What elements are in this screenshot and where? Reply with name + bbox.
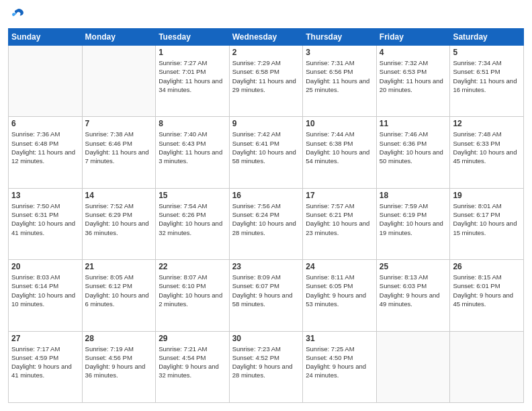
table-row: 24Sunrise: 8:11 AM Sunset: 6:05 PM Dayli… bbox=[303, 260, 377, 331]
day-number: 5 bbox=[453, 48, 521, 57]
day-number: 4 bbox=[380, 48, 447, 57]
table-row bbox=[9, 46, 83, 117]
calendar-week-row: 6Sunrise: 7:36 AM Sunset: 6:48 PM Daylig… bbox=[9, 117, 524, 188]
day-number: 19 bbox=[453, 191, 521, 200]
day-info: Sunrise: 8:15 AM Sunset: 6:01 PM Dayligh… bbox=[453, 273, 521, 308]
col-saturday: Saturday bbox=[450, 29, 524, 46]
col-tuesday: Tuesday bbox=[156, 29, 230, 46]
day-number: 8 bbox=[159, 119, 226, 128]
day-number: 10 bbox=[306, 119, 373, 128]
table-row: 8Sunrise: 7:40 AM Sunset: 6:43 PM Daylig… bbox=[156, 117, 230, 188]
col-monday: Monday bbox=[82, 29, 156, 46]
day-info: Sunrise: 8:03 AM Sunset: 6:14 PM Dayligh… bbox=[11, 273, 79, 308]
table-row: 2Sunrise: 7:29 AM Sunset: 6:58 PM Daylig… bbox=[229, 46, 303, 117]
table-row: 13Sunrise: 7:50 AM Sunset: 6:31 PM Dayli… bbox=[9, 188, 83, 259]
day-info: Sunrise: 7:57 AM Sunset: 6:21 PM Dayligh… bbox=[306, 201, 373, 237]
day-number: 9 bbox=[232, 119, 300, 128]
day-number: 30 bbox=[232, 334, 300, 343]
day-info: Sunrise: 8:13 AM Sunset: 6:03 PM Dayligh… bbox=[380, 273, 447, 308]
day-info: Sunrise: 7:27 AM Sunset: 7:01 PM Dayligh… bbox=[159, 58, 226, 94]
logo-icon bbox=[9, 8, 26, 23]
header bbox=[8, 8, 524, 23]
day-number: 17 bbox=[306, 191, 373, 200]
day-number: 3 bbox=[306, 48, 373, 57]
day-info: Sunrise: 8:11 AM Sunset: 6:05 PM Dayligh… bbox=[306, 273, 373, 308]
day-info: Sunrise: 8:01 AM Sunset: 6:17 PM Dayligh… bbox=[453, 201, 521, 237]
day-info: Sunrise: 7:59 AM Sunset: 6:19 PM Dayligh… bbox=[380, 201, 447, 237]
day-info: Sunrise: 8:07 AM Sunset: 6:10 PM Dayligh… bbox=[159, 273, 226, 308]
calendar-week-row: 20Sunrise: 8:03 AM Sunset: 6:14 PM Dayli… bbox=[9, 260, 524, 331]
calendar-header-row: Sunday Monday Tuesday Wednesday Thursday… bbox=[9, 29, 524, 46]
page: Sunday Monday Tuesday Wednesday Thursday… bbox=[0, 0, 532, 411]
table-row: 5Sunrise: 7:34 AM Sunset: 6:51 PM Daylig… bbox=[450, 46, 524, 117]
col-thursday: Thursday bbox=[303, 29, 377, 46]
day-number: 20 bbox=[11, 262, 79, 271]
table-row: 16Sunrise: 7:56 AM Sunset: 6:24 PM Dayli… bbox=[229, 188, 303, 259]
day-info: Sunrise: 7:50 AM Sunset: 6:31 PM Dayligh… bbox=[11, 201, 79, 237]
table-row: 23Sunrise: 8:09 AM Sunset: 6:07 PM Dayli… bbox=[229, 260, 303, 331]
col-friday: Friday bbox=[376, 29, 450, 46]
day-number: 15 bbox=[159, 191, 226, 200]
day-info: Sunrise: 7:48 AM Sunset: 6:33 PM Dayligh… bbox=[453, 130, 521, 165]
day-info: Sunrise: 7:54 AM Sunset: 6:26 PM Dayligh… bbox=[159, 201, 226, 237]
day-number: 21 bbox=[85, 262, 153, 271]
table-row: 27Sunrise: 7:17 AM Sunset: 4:59 PM Dayli… bbox=[9, 331, 83, 402]
day-number: 28 bbox=[85, 334, 153, 343]
day-number: 23 bbox=[232, 262, 300, 271]
table-row: 21Sunrise: 8:05 AM Sunset: 6:12 PM Dayli… bbox=[82, 260, 156, 331]
table-row: 15Sunrise: 7:54 AM Sunset: 6:26 PM Dayli… bbox=[156, 188, 230, 259]
calendar-week-row: 27Sunrise: 7:17 AM Sunset: 4:59 PM Dayli… bbox=[9, 331, 524, 402]
day-number: 18 bbox=[380, 191, 447, 200]
col-wednesday: Wednesday bbox=[229, 29, 303, 46]
table-row: 3Sunrise: 7:31 AM Sunset: 6:56 PM Daylig… bbox=[303, 46, 377, 117]
day-number: 24 bbox=[306, 262, 373, 271]
calendar-table: Sunday Monday Tuesday Wednesday Thursday… bbox=[8, 28, 524, 403]
day-number: 22 bbox=[159, 262, 226, 271]
table-row: 7Sunrise: 7:38 AM Sunset: 6:46 PM Daylig… bbox=[82, 117, 156, 188]
day-number: 27 bbox=[11, 334, 79, 343]
table-row: 17Sunrise: 7:57 AM Sunset: 6:21 PM Dayli… bbox=[303, 188, 377, 259]
day-info: Sunrise: 7:19 AM Sunset: 4:56 PM Dayligh… bbox=[85, 345, 153, 380]
day-info: Sunrise: 7:17 AM Sunset: 4:59 PM Dayligh… bbox=[11, 345, 79, 380]
day-info: Sunrise: 7:42 AM Sunset: 6:41 PM Dayligh… bbox=[232, 130, 300, 165]
table-row: 12Sunrise: 7:48 AM Sunset: 6:33 PM Dayli… bbox=[450, 117, 524, 188]
day-number: 13 bbox=[11, 191, 79, 200]
table-row bbox=[450, 331, 524, 402]
table-row: 11Sunrise: 7:46 AM Sunset: 6:36 PM Dayli… bbox=[376, 117, 450, 188]
day-number: 14 bbox=[85, 191, 153, 200]
table-row: 26Sunrise: 8:15 AM Sunset: 6:01 PM Dayli… bbox=[450, 260, 524, 331]
day-number: 29 bbox=[159, 334, 226, 343]
day-info: Sunrise: 7:52 AM Sunset: 6:29 PM Dayligh… bbox=[85, 201, 153, 237]
day-number: 26 bbox=[453, 262, 521, 271]
table-row bbox=[376, 331, 450, 402]
day-info: Sunrise: 7:36 AM Sunset: 6:48 PM Dayligh… bbox=[11, 130, 79, 165]
day-number: 7 bbox=[85, 119, 153, 128]
table-row: 1Sunrise: 7:27 AM Sunset: 7:01 PM Daylig… bbox=[156, 46, 230, 117]
table-row bbox=[82, 46, 156, 117]
table-row: 19Sunrise: 8:01 AM Sunset: 6:17 PM Dayli… bbox=[450, 188, 524, 259]
day-info: Sunrise: 7:21 AM Sunset: 4:54 PM Dayligh… bbox=[159, 345, 226, 380]
day-number: 11 bbox=[380, 119, 447, 128]
calendar-week-row: 1Sunrise: 7:27 AM Sunset: 7:01 PM Daylig… bbox=[9, 46, 524, 117]
table-row: 25Sunrise: 8:13 AM Sunset: 6:03 PM Dayli… bbox=[376, 260, 450, 331]
day-info: Sunrise: 7:32 AM Sunset: 6:53 PM Dayligh… bbox=[380, 58, 447, 94]
table-row: 9Sunrise: 7:42 AM Sunset: 6:41 PM Daylig… bbox=[229, 117, 303, 188]
day-info: Sunrise: 8:05 AM Sunset: 6:12 PM Dayligh… bbox=[85, 273, 153, 308]
day-info: Sunrise: 7:38 AM Sunset: 6:46 PM Dayligh… bbox=[85, 130, 153, 165]
day-info: Sunrise: 7:23 AM Sunset: 4:52 PM Dayligh… bbox=[232, 345, 300, 380]
day-info: Sunrise: 7:31 AM Sunset: 6:56 PM Dayligh… bbox=[306, 58, 373, 94]
table-row: 22Sunrise: 8:07 AM Sunset: 6:10 PM Dayli… bbox=[156, 260, 230, 331]
day-info: Sunrise: 7:29 AM Sunset: 6:58 PM Dayligh… bbox=[232, 58, 300, 94]
day-number: 31 bbox=[306, 334, 373, 343]
day-number: 25 bbox=[380, 262, 447, 271]
day-number: 16 bbox=[232, 191, 300, 200]
table-row: 14Sunrise: 7:52 AM Sunset: 6:29 PM Dayli… bbox=[82, 188, 156, 259]
table-row: 30Sunrise: 7:23 AM Sunset: 4:52 PM Dayli… bbox=[229, 331, 303, 402]
day-info: Sunrise: 7:34 AM Sunset: 6:51 PM Dayligh… bbox=[453, 58, 521, 94]
table-row: 6Sunrise: 7:36 AM Sunset: 6:48 PM Daylig… bbox=[9, 117, 83, 188]
col-sunday: Sunday bbox=[9, 29, 83, 46]
day-info: Sunrise: 7:44 AM Sunset: 6:38 PM Dayligh… bbox=[306, 130, 373, 165]
table-row: 10Sunrise: 7:44 AM Sunset: 6:38 PM Dayli… bbox=[303, 117, 377, 188]
day-info: Sunrise: 7:46 AM Sunset: 6:36 PM Dayligh… bbox=[380, 130, 447, 165]
logo bbox=[8, 8, 26, 23]
